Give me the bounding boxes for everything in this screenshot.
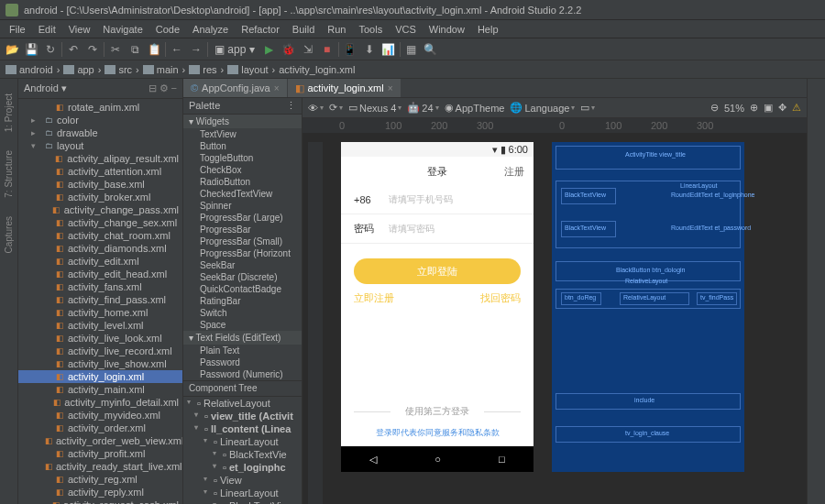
palette-item[interactable]: SeekBar	[183, 259, 302, 271]
component-node[interactable]: ▾▫ RelativeLayout	[183, 397, 302, 410]
tree-file[interactable]: ◧activity_chat_room.xml	[18, 229, 182, 242]
tree-file[interactable]: ◧activity_attention.xml	[18, 165, 182, 178]
collapse-icon[interactable]: ⊟	[148, 82, 157, 94]
tree-file[interactable]: ◧activity_live_look.xml	[18, 332, 182, 345]
debug-icon[interactable]: 🐞	[280, 41, 297, 58]
stop-icon[interactable]: ■	[319, 41, 336, 58]
zoom-in-icon[interactable]: ⊕	[750, 102, 758, 114]
palette-item[interactable]: Password (Numeric)	[183, 368, 302, 380]
canvas-body[interactable]: ▾ ▮ 6:00 登录 注册 +86 请填写手机号码	[302, 133, 807, 504]
menu-view[interactable]: View	[63, 22, 96, 37]
palette-item[interactable]: ProgressBar	[183, 224, 302, 236]
tree-file[interactable]: ◧activity_broker.xml	[18, 191, 182, 203]
menu-help[interactable]: Help	[472, 22, 504, 37]
palette-item[interactable]: TextView	[183, 128, 302, 140]
tree-file[interactable]: ◧activity_edit_head.xml	[18, 268, 182, 280]
pan-icon[interactable]: ✥	[778, 102, 786, 114]
tree-file[interactable]: ◧activity_change_pass.xml	[18, 203, 182, 216]
breadcrumb-seg[interactable]: activity_login.xml	[279, 64, 355, 75]
tree-file[interactable]: ◧activity_order.xml	[18, 422, 182, 434]
hide-icon[interactable]: −	[171, 82, 177, 94]
sync-icon[interactable]: ↻	[42, 41, 59, 58]
close-icon[interactable]: ×	[274, 83, 280, 93]
gear-icon[interactable]: ⚙	[160, 82, 169, 94]
cut-icon[interactable]: ✂	[107, 41, 124, 58]
tab-appconfig[interactable]: ©AppConfig.java×	[183, 79, 287, 97]
close-icon[interactable]: ×	[388, 83, 393, 93]
structure-icon[interactable]: ▦	[403, 41, 420, 58]
breadcrumb-seg[interactable]: android	[6, 64, 53, 75]
sdk-icon[interactable]: ⬇	[361, 41, 378, 58]
menu-file[interactable]: File	[4, 22, 31, 37]
tree-folder[interactable]: ▸🗀drawable	[18, 126, 182, 139]
palette-item[interactable]: CheckBox	[183, 164, 302, 176]
orientation-icon[interactable]: ⟳▾	[329, 102, 343, 114]
tree-file[interactable]: ◧activity_base.xml	[18, 178, 182, 191]
tree-file[interactable]: ◧activity_alipay_result.xml	[18, 152, 182, 165]
component-tree[interactable]: ▾▫ RelativeLayout▾▫ view_title (Activit▾…	[183, 397, 302, 504]
palette-item[interactable]: CheckedTextView	[183, 188, 302, 200]
tree-file[interactable]: ◧activity_live_record.xml	[18, 345, 182, 357]
palette-item[interactable]: QuickContactBadge	[183, 283, 302, 295]
project-view-selector[interactable]: Android ▾	[24, 82, 67, 94]
tree-file[interactable]: ◧activity_ready_start_live.xml	[18, 460, 182, 473]
breadcrumb-seg[interactable]: layout	[227, 64, 268, 75]
menu-edit[interactable]: Edit	[33, 22, 61, 37]
tab-project[interactable]: 1: Project	[2, 88, 16, 137]
tree-file[interactable]: ◧activity_edit.xml	[18, 255, 182, 268]
tree-file[interactable]: ◧activity_fans.xml	[18, 280, 182, 293]
back-icon[interactable]: ←	[169, 41, 185, 58]
redo-icon[interactable]: ↷	[84, 41, 101, 58]
tree-file[interactable]: ◧activity_level.xml	[18, 319, 182, 332]
tree-file[interactable]: ◧activity_main.xml	[18, 383, 182, 396]
palette-item[interactable]: ToggleButton	[183, 152, 302, 164]
component-node[interactable]: ▾▫ LinearLayout	[183, 487, 302, 499]
component-node[interactable]: ▾▫ et_loginphc	[183, 461, 302, 474]
palette-group[interactable]: ▾ Widgets	[183, 115, 302, 128]
palette-item[interactable]: Spinner	[183, 200, 302, 212]
undo-icon[interactable]: ↶	[65, 41, 82, 58]
palette-item[interactable]: RatingBar	[183, 295, 302, 307]
palette-item[interactable]: Space	[183, 319, 302, 331]
palette-item[interactable]: ProgressBar (Large)	[183, 212, 302, 224]
menu-build[interactable]: Build	[287, 22, 320, 37]
breadcrumb-seg[interactable]: src	[104, 64, 132, 75]
palette-item[interactable]: Password	[183, 356, 302, 368]
breadcrumb-seg[interactable]: res	[189, 64, 216, 75]
avd-icon[interactable]: 📱	[342, 41, 358, 58]
api-selector[interactable]: 🤖24▾	[407, 102, 438, 114]
palette-list[interactable]: ▾ WidgetsTextViewButtonToggleButtonCheck…	[183, 115, 302, 380]
breadcrumb-seg[interactable]: main	[143, 64, 179, 75]
component-node[interactable]: ▾▫ ll_content (Linea	[183, 422, 302, 435]
forward-icon[interactable]: →	[188, 41, 204, 58]
project-tree[interactable]: ◧rotate_anim.xml ▸🗀color ▸🗀drawable ▾🗀la…	[18, 99, 182, 504]
palette-item[interactable]: Plain Text	[183, 345, 302, 356]
save-icon[interactable]: 💾	[23, 41, 39, 58]
search-icon[interactable]: 🔍	[423, 41, 439, 58]
tab-layout-xml[interactable]: ◧activity_login.xml×	[288, 79, 401, 97]
run-icon[interactable]: ▶	[261, 41, 278, 58]
run-config-icon[interactable]: ▣ app ▾	[211, 41, 258, 58]
device-selector[interactable]: ▭ Nexus 4▾	[348, 102, 402, 114]
tree-file[interactable]: ◧activity_change_sex.xml	[18, 216, 182, 229]
component-node[interactable]: ▾▫ BlackTextVie	[183, 499, 302, 504]
tree-file[interactable]: ◧activity_order_web_view.xml	[18, 434, 182, 447]
menu-refactor[interactable]: Refactor	[236, 22, 285, 37]
tree-file[interactable]: ◧activity_myvideo.xml	[18, 409, 182, 422]
palette-group[interactable]: ▾ Text Fields (EditText)	[183, 331, 302, 345]
tree-file[interactable]: ◧rotate_anim.xml	[18, 101, 182, 114]
palette-item[interactable]: ProgressBar (Small)	[183, 236, 302, 247]
palette-item[interactable]: Switch	[183, 307, 302, 319]
tree-file[interactable]: ◧activity_reg.xml	[18, 473, 182, 486]
menu-code[interactable]: Code	[150, 22, 185, 37]
palette-menu-icon[interactable]: ⋮	[286, 100, 296, 112]
tree-file[interactable]: ◧activity_diamonds.xml	[18, 242, 182, 255]
tree-file[interactable]: ◧activity_profit.xml	[18, 447, 182, 460]
tree-file[interactable]: ◧activity_find_pass.xml	[18, 293, 182, 306]
tree-file[interactable]: ◧activity_login.xml	[18, 370, 182, 383]
menu-analyze[interactable]: Analyze	[187, 22, 234, 37]
tree-folder[interactable]: ▸🗀color	[18, 114, 182, 126]
eye-icon[interactable]: 👁▾	[308, 103, 324, 114]
copy-icon[interactable]: ⧉	[126, 41, 143, 58]
tree-file[interactable]: ◧activity_reply.xml	[18, 486, 182, 499]
